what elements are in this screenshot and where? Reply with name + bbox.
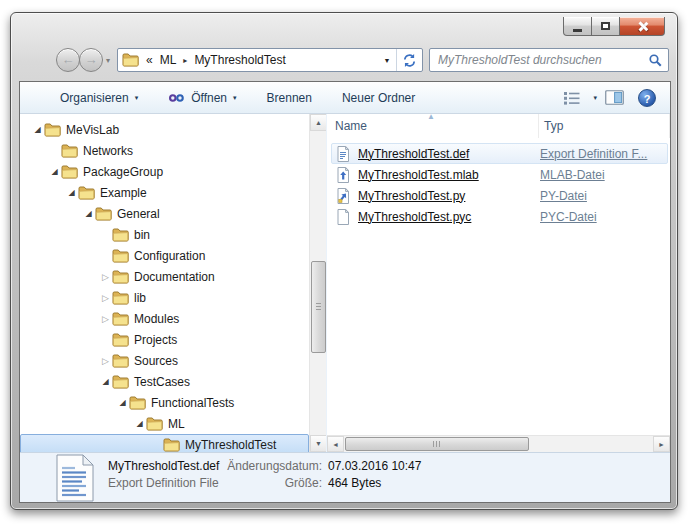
breadcrumb-separator-icon[interactable]: ▸ <box>183 56 187 65</box>
folder-icon <box>112 291 129 305</box>
file-type-cell: Export Definition F... <box>538 147 667 161</box>
breadcrumb-segment-current[interactable]: MyThresholdTest <box>194 53 285 67</box>
tree-item-general[interactable]: ◢General <box>20 203 309 224</box>
file-name-link[interactable]: MyThresholdTest.py <box>358 189 465 203</box>
details-filetype: Export Definition File <box>108 476 220 490</box>
folder-icon <box>61 165 78 179</box>
file-rows: MyThresholdTest.defExport Definition F..… <box>327 138 670 435</box>
tree-vertical-scrollbar[interactable]: ▲ ▼ <box>309 114 326 452</box>
details-modified-value: 07.03.2016 10:47 <box>328 459 421 473</box>
horizontal-scrollbar[interactable]: ◄ ► <box>327 435 670 452</box>
minimize-button[interactable] <box>563 17 592 36</box>
file-row-py[interactable]: MyThresholdTest.pyPY-Datei <box>331 185 668 206</box>
tree-item-ml[interactable]: ◢ML <box>20 413 309 434</box>
def-file-icon <box>335 146 351 162</box>
tree-item-label: MyThresholdTest <box>185 438 280 452</box>
tree-item-testcases[interactable]: ◢TestCases <box>20 371 309 392</box>
tree-item-label: FunctionalTests <box>151 396 238 410</box>
details-size-label: Größe: <box>226 476 322 490</box>
file-name-link[interactable]: MyThresholdTest.mlab <box>358 168 479 182</box>
expander-expanded-icon[interactable]: ◢ <box>48 167 61 176</box>
open-menu-button[interactable]: Öffnen ▾ <box>168 91 236 105</box>
breadcrumb-overflow[interactable]: « <box>146 53 153 67</box>
file-row-def[interactable]: MyThresholdTest.defExport Definition F..… <box>331 143 668 164</box>
horizontal-scroll-thumb[interactable] <box>345 437 529 451</box>
expander-expanded-icon[interactable]: ◢ <box>65 188 78 197</box>
forward-button[interactable]: → <box>79 48 103 72</box>
help-button[interactable]: ? <box>638 89 656 107</box>
back-button[interactable]: ← <box>56 48 80 72</box>
column-header-typ[interactable]: Typ <box>539 114 670 138</box>
close-button[interactable] <box>620 17 665 36</box>
tree-item-label: ML <box>168 417 189 431</box>
tree-item-mythresholdtest[interactable]: MyThresholdTest <box>20 434 309 452</box>
scroll-down-icon[interactable]: ▼ <box>310 435 327 452</box>
refresh-button[interactable] <box>396 49 422 71</box>
file-row-mlab[interactable]: MyThresholdTest.mlabMLAB-Datei <box>331 164 668 185</box>
restore-button[interactable] <box>592 17 620 36</box>
file-name-link[interactable]: MyThresholdTest.def <box>358 147 469 161</box>
preview-pane-icon <box>605 90 624 105</box>
new-folder-button[interactable]: Neuer Ordner <box>342 91 415 105</box>
column-headers: ▲ Name Typ <box>327 114 670 138</box>
tree-item-mevislab[interactable]: ◢MeVisLab <box>20 119 309 140</box>
scroll-up-icon[interactable]: ▲ <box>310 114 327 131</box>
tree-item-label: TestCases <box>134 375 194 389</box>
forward-arrow-icon: → <box>85 52 98 67</box>
expander-expanded-icon[interactable]: ◢ <box>116 398 129 407</box>
address-bar[interactable]: « ML ▸ MyThresholdTest ▼ <box>117 48 423 72</box>
scroll-right-icon[interactable]: ► <box>653 436 670 452</box>
breadcrumb-segment-ml[interactable]: ML <box>160 53 177 67</box>
search-input[interactable] <box>438 53 644 67</box>
file-name-link[interactable]: MyThresholdTest.pyc <box>358 210 471 224</box>
preview-pane-button[interactable] <box>605 90 630 105</box>
views-icon <box>563 91 581 105</box>
file-type-cell: PY-Datei <box>538 189 667 203</box>
tree-item-label: bin <box>134 228 154 242</box>
pyc-file-icon <box>335 209 351 225</box>
new-folder-label: Neuer Ordner <box>342 91 415 105</box>
tree-item-lib[interactable]: ▷lib <box>20 287 309 308</box>
tree-item-configuration[interactable]: Configuration <box>20 245 309 266</box>
expander-expanded-icon[interactable]: ◢ <box>31 125 44 134</box>
recent-pages-dropdown[interactable]: ▾ <box>106 56 110 65</box>
file-type-cell: MLAB-Datei <box>538 168 667 182</box>
folder-icon <box>146 417 163 431</box>
tree-item-example[interactable]: ◢Example <box>20 182 309 203</box>
scroll-left-icon[interactable]: ◄ <box>327 436 344 452</box>
tree-item-documentation[interactable]: ▷Documentation <box>20 266 309 287</box>
tree-item-label: Documentation <box>134 270 219 284</box>
back-arrow-icon: ← <box>62 52 75 67</box>
expander-collapsed-icon[interactable]: ▷ <box>99 293 112 303</box>
views-button[interactable]: ▾ <box>563 91 597 105</box>
tree-item-projects[interactable]: Projects <box>20 329 309 350</box>
folder-icon <box>112 249 129 263</box>
tree-item-sources[interactable]: ▷Sources <box>20 350 309 371</box>
file-list-pane: ▲ Name Typ MyThresholdTest.defExport Def… <box>326 114 670 452</box>
details-pane: MyThresholdTest.def Änderungsdatum: 07.0… <box>20 452 670 502</box>
expander-collapsed-icon[interactable]: ▷ <box>99 356 112 366</box>
burn-button[interactable]: Brennen <box>267 91 312 105</box>
tree-item-functionaltests[interactable]: ◢FunctionalTests <box>20 392 309 413</box>
file-name-cell: MyThresholdTest.mlab <box>358 168 538 182</box>
main-area: ◢MeVisLabNetworks◢PackageGroup◢Example◢G… <box>20 114 670 452</box>
file-type-cell: PYC-Datei <box>538 210 667 224</box>
search-icon[interactable] <box>648 53 663 68</box>
vertical-scroll-thumb[interactable] <box>311 261 326 353</box>
restore-icon <box>601 22 610 30</box>
address-dropdown-icon[interactable]: ▼ <box>378 57 396 64</box>
expander-collapsed-icon[interactable]: ▷ <box>99 272 112 282</box>
tree-item-packagegroup[interactable]: ◢PackageGroup <box>20 161 309 182</box>
tree-item-networks[interactable]: Networks <box>20 140 309 161</box>
expander-expanded-icon[interactable]: ◢ <box>82 209 95 218</box>
organize-menu-button[interactable]: Organisieren ▾ <box>60 91 138 105</box>
burn-label: Brennen <box>267 91 312 105</box>
file-row-pyc[interactable]: MyThresholdTest.pycPYC-Datei <box>331 206 668 227</box>
details-grid: MyThresholdTest.def Änderungsdatum: 07.0… <box>108 459 421 490</box>
tree-item-bin[interactable]: bin <box>20 224 309 245</box>
expander-expanded-icon[interactable]: ◢ <box>99 377 112 386</box>
expander-collapsed-icon[interactable]: ▷ <box>99 314 112 324</box>
tree-item-modules[interactable]: ▷Modules <box>20 308 309 329</box>
expander-expanded-icon[interactable]: ◢ <box>133 419 146 428</box>
folder-icon <box>112 333 129 347</box>
